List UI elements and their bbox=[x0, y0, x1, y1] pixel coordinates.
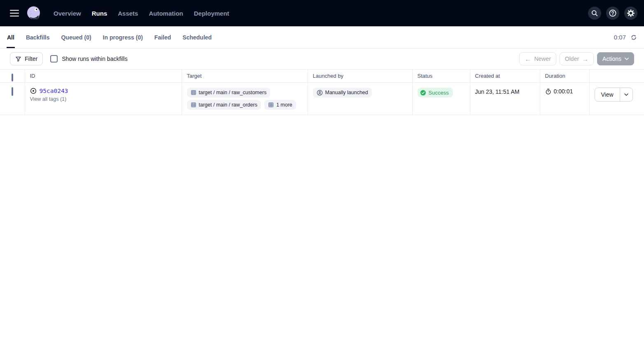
tab-queued[interactable]: Queued (0) bbox=[61, 26, 91, 48]
status-cell: Success bbox=[412, 83, 470, 115]
status-badge[interactable]: Success bbox=[418, 88, 453, 97]
tab-in-progress[interactable]: In progress (0) bbox=[103, 26, 143, 48]
header-actions bbox=[589, 70, 644, 83]
view-dropdown-button[interactable] bbox=[620, 88, 632, 101]
top-nav: Overview Runs Assets Automation Deployme… bbox=[0, 0, 644, 26]
hamburger-menu-icon[interactable] bbox=[7, 5, 22, 21]
filter-funnel-icon bbox=[15, 56, 21, 62]
gear-icon bbox=[627, 9, 635, 17]
run-id-cell: 95ca0243 View all tags (1) bbox=[25, 83, 182, 115]
table-header-row: ID Target Launched by Status Created at … bbox=[0, 70, 644, 83]
view-button[interactable]: View bbox=[595, 88, 620, 101]
tab-all[interactable]: All bbox=[7, 26, 15, 48]
tab-backfills[interactable]: Backfills bbox=[26, 26, 50, 48]
asset-tag[interactable]: target / main / raw_orders bbox=[187, 100, 261, 110]
launched-by-label: Manually launched bbox=[325, 90, 368, 95]
view-all-tags-link[interactable]: View all tags (1) bbox=[30, 96, 177, 102]
show-backfills-checkbox[interactable] bbox=[50, 55, 58, 63]
stopwatch-icon bbox=[545, 88, 551, 95]
actions-button-label: Actions bbox=[602, 56, 621, 62]
row-actions-cell: View bbox=[589, 83, 644, 115]
nav-item-runs[interactable]: Runs bbox=[92, 10, 107, 17]
header-target: Target bbox=[182, 70, 308, 83]
header-created-at: Created at bbox=[470, 70, 540, 83]
filter-button-label: Filter bbox=[25, 56, 37, 62]
duration-cell: 0:00:01 bbox=[540, 83, 589, 115]
select-all-checkbox[interactable] bbox=[12, 74, 13, 81]
chevron-down-icon bbox=[625, 58, 629, 60]
runs-table: ID Target Launched by Status Created at … bbox=[0, 69, 644, 115]
more-assets-tag[interactable]: 1 more bbox=[264, 100, 296, 110]
chevron-down-icon bbox=[624, 93, 628, 96]
table-grid-icon bbox=[268, 102, 274, 108]
search-icon bbox=[591, 9, 598, 17]
header-duration: Duration bbox=[540, 70, 589, 83]
launched-by-tag[interactable]: Manually launched bbox=[313, 88, 372, 97]
newer-button[interactable]: ← Newer bbox=[519, 52, 556, 65]
run-row: 95ca0243 View all tags (1) bbox=[0, 83, 644, 115]
help-icon bbox=[609, 9, 617, 17]
table-grid-icon bbox=[191, 90, 196, 95]
check-circle-icon bbox=[420, 90, 426, 96]
newer-button-label: Newer bbox=[534, 56, 551, 62]
primary-nav: Overview Runs Assets Automation Deployme… bbox=[54, 10, 229, 17]
runs-toolbar: Filter Show runs within backfills ← Newe… bbox=[0, 49, 644, 69]
run-target-icon bbox=[30, 88, 37, 94]
nav-item-automation[interactable]: Automation bbox=[149, 10, 183, 17]
target-cell: target / main / raw_customers bbox=[182, 83, 308, 115]
arrow-right-icon: → bbox=[582, 56, 588, 62]
help-button[interactable] bbox=[606, 7, 619, 20]
launched-by-cell: Manually launched bbox=[308, 83, 412, 115]
older-button[interactable]: Older → bbox=[560, 52, 594, 65]
actions-button[interactable]: Actions bbox=[597, 52, 634, 65]
filter-button[interactable]: Filter bbox=[10, 52, 43, 65]
header-id: ID bbox=[25, 70, 182, 83]
status-label: Success bbox=[429, 90, 449, 96]
refresh-button[interactable] bbox=[630, 34, 637, 41]
nav-item-overview[interactable]: Overview bbox=[54, 10, 81, 17]
user-icon bbox=[317, 90, 323, 96]
nav-item-deployment[interactable]: Deployment bbox=[194, 10, 229, 17]
older-button-label: Older bbox=[565, 56, 579, 62]
more-assets-label: 1 more bbox=[276, 102, 292, 108]
run-id-link[interactable]: 95ca0243 bbox=[40, 88, 68, 94]
show-backfills-label[interactable]: Show runs within backfills bbox=[62, 56, 128, 62]
runs-tab-bar: All Backfills Queued (0) In progress (0)… bbox=[0, 26, 644, 49]
asset-tag[interactable]: target / main / raw_customers bbox=[187, 88, 271, 97]
refresh-icon bbox=[630, 34, 637, 41]
arrow-left-icon: ← bbox=[525, 56, 531, 62]
refresh-countdown: 0:07 bbox=[614, 34, 626, 41]
dagster-logo-icon[interactable] bbox=[26, 5, 42, 21]
row-checkbox[interactable] bbox=[12, 87, 13, 96]
settings-button[interactable] bbox=[624, 7, 637, 20]
search-button[interactable] bbox=[588, 7, 601, 20]
table-grid-icon bbox=[191, 102, 196, 108]
view-split-button: View bbox=[595, 88, 633, 102]
asset-tag-label: target / main / raw_customers bbox=[199, 90, 267, 95]
tab-scheduled[interactable]: Scheduled bbox=[182, 26, 212, 48]
header-status: Status bbox=[412, 70, 470, 83]
tab-failed[interactable]: Failed bbox=[154, 26, 171, 48]
nav-item-assets[interactable]: Assets bbox=[118, 10, 138, 17]
header-launched-by: Launched by bbox=[308, 70, 412, 83]
duration-value: 0:00:01 bbox=[554, 88, 573, 95]
created-at-cell: Jun 23, 11:51 AM bbox=[470, 83, 540, 115]
created-at-value: Jun 23, 11:51 AM bbox=[475, 88, 535, 95]
asset-tag-label: target / main / raw_orders bbox=[199, 102, 257, 108]
